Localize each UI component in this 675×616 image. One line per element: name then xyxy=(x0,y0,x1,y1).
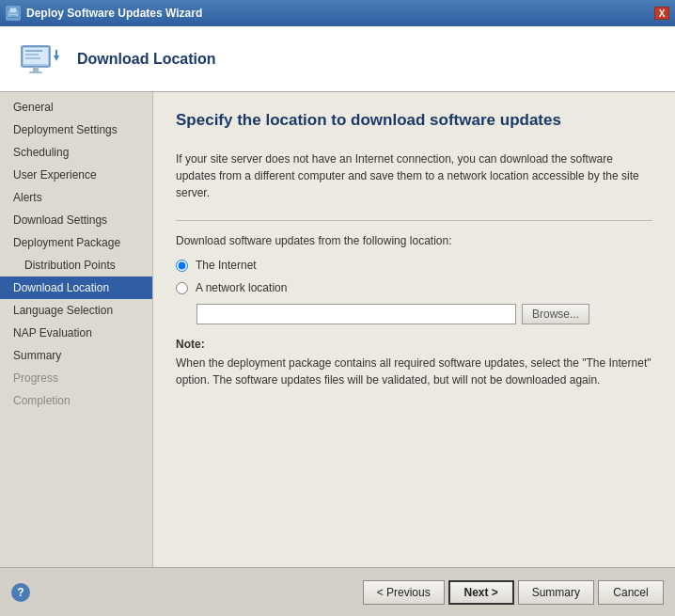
sidebar-item-alerts[interactable]: Alerts xyxy=(0,186,152,209)
summary-button[interactable]: Summary xyxy=(518,580,594,605)
title-bar-text: Deploy Software Updates Wizard xyxy=(26,7,202,20)
sidebar-item-nap-evaluation[interactable]: NAP Evaluation xyxy=(0,322,152,344)
svg-rect-9 xyxy=(33,67,39,71)
sidebar-item-user-experience[interactable]: User Experience xyxy=(0,164,152,186)
title-bar: Deploy Software Updates Wizard X xyxy=(0,0,675,26)
browse-button[interactable]: Browse... xyxy=(522,304,589,324)
note-title: Note: xyxy=(176,338,652,351)
radio-network-row: A network location xyxy=(176,281,652,294)
svg-rect-3 xyxy=(8,17,18,18)
note-text: When the deployment package contains all… xyxy=(176,355,652,388)
note-section: Note: When the deployment package contai… xyxy=(176,338,652,388)
info-text: If your site server does not have an Int… xyxy=(176,147,652,205)
sidebar-item-completion: Completion xyxy=(0,389,152,412)
wizard-footer: ? < Previous Next > Summary Cancel xyxy=(0,567,675,616)
svg-rect-12 xyxy=(55,50,57,57)
sidebar-item-summary[interactable]: Summary xyxy=(0,344,152,367)
sidebar-item-progress: Progress xyxy=(0,367,152,389)
svg-rect-10 xyxy=(29,71,42,73)
sidebar-item-deployment-settings[interactable]: Deployment Settings xyxy=(0,118,152,141)
radio-internet[interactable] xyxy=(176,260,188,272)
svg-rect-8 xyxy=(25,57,40,59)
radio-network-label[interactable]: A network location xyxy=(196,281,287,294)
svg-rect-6 xyxy=(25,50,42,52)
sidebar-item-download-location[interactable]: Download Location xyxy=(0,276,152,299)
sidebar-item-scheduling[interactable]: Scheduling xyxy=(0,141,152,164)
sidebar-item-language-selection[interactable]: Language Selection xyxy=(0,299,152,322)
network-input-row: Browse... xyxy=(196,304,652,324)
header-title: Download Location xyxy=(77,51,216,68)
help-icon[interactable]: ? xyxy=(11,583,30,602)
radio-internet-label[interactable]: The Internet xyxy=(196,259,257,272)
sidebar-item-deployment-package[interactable]: Deployment Package xyxy=(0,231,152,254)
previous-button[interactable]: < Previous xyxy=(363,580,445,605)
divider xyxy=(176,220,652,221)
section-label: Download software updates from the follo… xyxy=(176,234,652,247)
close-button[interactable]: X xyxy=(654,7,669,20)
radio-internet-row: The Internet xyxy=(176,259,652,272)
cancel-button[interactable]: Cancel xyxy=(598,580,664,605)
svg-rect-2 xyxy=(10,15,16,17)
content-title: Specify the location to download softwar… xyxy=(176,111,652,130)
wizard-header: Download Location xyxy=(0,26,675,92)
radio-group: The Internet A network location xyxy=(176,259,652,294)
radio-network[interactable] xyxy=(176,282,188,294)
svg-rect-1 xyxy=(9,8,17,13)
content-area: Specify the location to download softwar… xyxy=(153,92,675,567)
next-button[interactable]: Next > xyxy=(448,580,514,605)
sidebar-item-distribution-points[interactable]: Distribution Points xyxy=(0,254,152,276)
network-location-input[interactable] xyxy=(196,304,516,324)
sidebar-item-download-settings[interactable]: Download Settings xyxy=(0,209,152,231)
svg-rect-7 xyxy=(25,54,39,55)
footer-left: ? xyxy=(11,583,30,602)
sidebar-item-general[interactable]: General xyxy=(0,96,152,118)
sidebar: General Deployment Settings Scheduling U… xyxy=(0,92,153,567)
header-icon xyxy=(15,36,62,83)
app-icon xyxy=(6,6,21,21)
wizard-body: General Deployment Settings Scheduling U… xyxy=(0,92,675,567)
